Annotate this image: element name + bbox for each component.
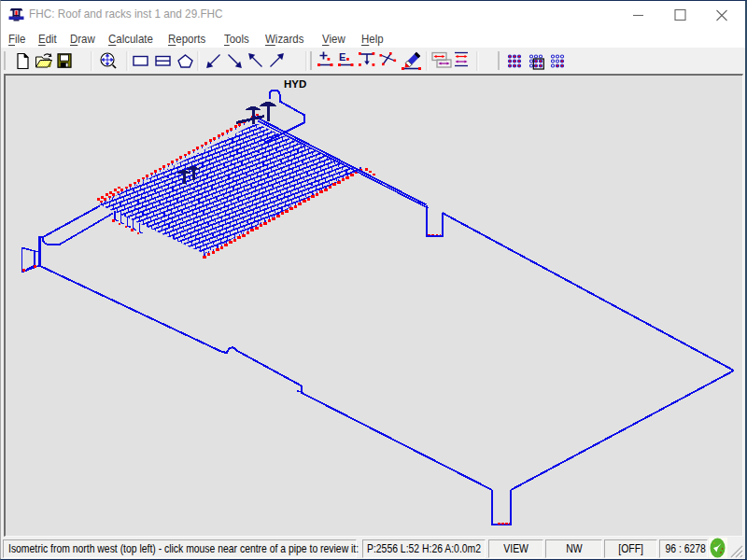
svg-text:E: E [339,51,345,63]
